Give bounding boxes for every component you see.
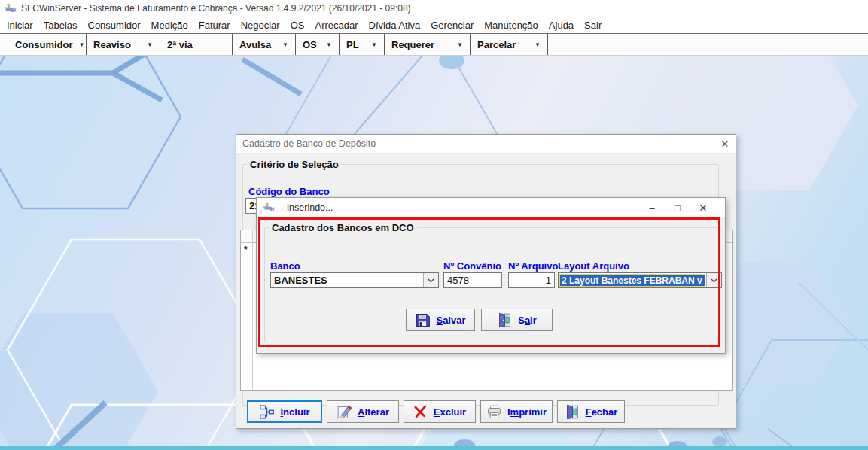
menu-item[interactable]: Faturar xyxy=(193,20,236,31)
toolbar-button-label: Consumidor xyxy=(15,39,73,50)
grid-indicator-column xyxy=(252,230,253,390)
imprimir-button[interactable]: Imprimir xyxy=(480,400,553,423)
toolbar-button[interactable]: PL ▼ xyxy=(339,34,384,55)
menu-item[interactable]: Negociar xyxy=(236,20,285,31)
fechar-button-label: Fechar xyxy=(586,406,618,418)
insert-dialog-titlebar[interactable]: - Inserindo... – □ ✕ xyxy=(257,198,725,218)
menu-item[interactable]: Ajuda xyxy=(544,20,579,31)
edit-pencil-icon xyxy=(337,404,352,420)
imprimir-button-label: Imprimir xyxy=(507,406,547,418)
insert-record-icon xyxy=(259,404,275,420)
excluir-button-label: Excluir xyxy=(434,406,466,418)
faucet-icon xyxy=(263,202,275,214)
criterio-group-label: Critério de Seleção xyxy=(247,159,342,170)
maximize-icon[interactable]: □ xyxy=(665,202,690,214)
faucet-icon xyxy=(4,2,17,15)
close-icon[interactable]: ✕ xyxy=(690,202,716,214)
alterar-button-label: Alterar xyxy=(358,406,389,418)
alterar-button[interactable]: Alterar xyxy=(327,400,399,423)
exit-door-icon xyxy=(565,404,580,420)
menu-item[interactable]: Gerenciar xyxy=(425,20,479,31)
insert-dialog-title: - Inserindo... xyxy=(281,202,333,213)
insert-bank-dialog: - Inserindo... – □ ✕ Cadastro dos Bancos… xyxy=(256,197,726,354)
menu-item[interactable]: Consumidor xyxy=(83,20,146,31)
bottom-teal-strip xyxy=(0,446,868,450)
dropdown-arrow-icon: ▼ xyxy=(282,41,288,48)
close-icon[interactable]: ✕ xyxy=(714,138,736,150)
excluir-button[interactable]: Excluir xyxy=(404,400,476,423)
menu-item[interactable]: Sair xyxy=(579,20,607,31)
deposit-dialog-title: Cadastro de Banco de Depósito xyxy=(242,138,376,149)
dropdown-arrow-icon: ▼ xyxy=(371,41,377,48)
menu-item[interactable]: Dívida Ativa xyxy=(364,20,426,31)
menu-bar: Iniciar Tabelas Consumidor Medição Fatur… xyxy=(0,17,868,33)
bank-code-label: Código do Banco xyxy=(248,186,330,197)
toolbar-button-label: Requerer xyxy=(391,39,434,50)
application-window: SFCWinServer - Sistema de Faturamento e … xyxy=(0,0,868,450)
fechar-button[interactable]: Fechar xyxy=(557,400,625,423)
toolbar-button-label: 2ª via xyxy=(167,39,193,50)
window-title: SFCWinServer - Sistema de Faturamento e … xyxy=(21,3,411,14)
menu-item[interactable]: Arrecadar xyxy=(309,20,363,31)
deposit-dialog-button-row: Incluir Alterar xyxy=(247,400,625,423)
window-titlebar: SFCWinServer - Sistema de Faturamento e … xyxy=(0,0,868,17)
toolbar-button[interactable]: Reaviso ▼ xyxy=(86,34,160,55)
dropdown-arrow-icon: ▼ xyxy=(535,41,541,48)
toolbar-button[interactable]: 2ª via xyxy=(160,34,232,55)
toolbar-button-label: Parcelar xyxy=(477,39,516,50)
toolbar-button-label: Avulsa xyxy=(239,39,271,50)
toolbar-button[interactable]: Consumidor ▼ xyxy=(8,34,86,55)
menu-item[interactable]: Medição xyxy=(146,20,193,31)
highlight-rectangle xyxy=(258,217,720,347)
toolbar: Consumidor ▼ Reaviso ▼ 2ª via Avulsa ▼ O… xyxy=(0,33,868,56)
toolbar-button[interactable]: Requerer ▼ xyxy=(384,34,470,55)
dropdown-arrow-icon: ▼ xyxy=(457,41,463,48)
menu-item[interactable]: Manutenção xyxy=(479,20,544,31)
menu-item[interactable]: Iniciar xyxy=(2,20,38,31)
dropdown-arrow-icon: ▼ xyxy=(326,41,332,48)
dropdown-arrow-icon: ▼ xyxy=(79,41,85,48)
grid-insert-row-marker: * xyxy=(244,245,248,255)
incluir-button[interactable]: Incluir xyxy=(247,400,322,423)
toolbar-button-label: PL xyxy=(346,39,359,50)
deposit-dialog-titlebar[interactable]: Cadastro de Banco de Depósito ✕ xyxy=(236,135,736,154)
menu-item[interactable]: Tabelas xyxy=(38,20,83,31)
toolbar-button[interactable]: Parcelar ▼ xyxy=(470,34,548,55)
minimize-icon[interactable]: – xyxy=(639,202,665,214)
toolbar-button[interactable]: Avulsa ▼ xyxy=(232,34,295,55)
toolbar-button[interactable]: OS ▼ xyxy=(295,34,339,55)
printer-icon xyxy=(486,404,502,420)
dropdown-arrow-icon: ▼ xyxy=(147,41,153,48)
incluir-button-label: Incluir xyxy=(280,406,309,418)
window-controls: – □ ✕ xyxy=(639,202,725,214)
mdi-client-area: Cadastro de Banco de Depósito ✕ Critério… xyxy=(0,56,868,450)
toolbar-button-label: Reaviso xyxy=(93,39,131,50)
insert-dialog-body: Cadastro dos Bancos em DCO Banco Nº Conv… xyxy=(257,217,725,353)
menu-item[interactable]: OS xyxy=(285,20,310,31)
delete-x-icon xyxy=(413,404,428,419)
toolbar-button-label: OS xyxy=(303,39,317,50)
